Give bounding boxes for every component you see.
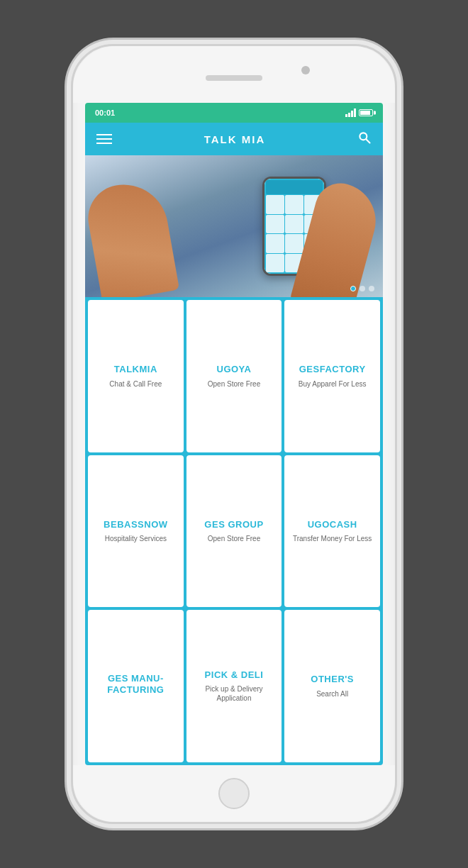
app-title: TALK MIA: [204, 133, 266, 145]
app-tile-desc-gesfactory: Buy Apparel For Less: [299, 379, 367, 389]
status-icons: [345, 108, 373, 117]
battery-icon: [359, 109, 373, 116]
app-tile-pick-deli[interactable]: PICK & DELIPick up & Delivery Applicatio…: [186, 610, 282, 762]
app-tile-desc-ugocash: Transfer Money For Less: [293, 534, 372, 543]
app-tile-desc-ges-group: Open Store Free: [208, 534, 260, 543]
app-tile-ugoya[interactable]: UGOYAOpen Store Free: [186, 300, 282, 452]
app-tile-ges-group[interactable]: GES GROUPOpen Store Free: [186, 455, 282, 608]
app-tile-name-ugocash: UGOCASH: [308, 519, 357, 530]
front-camera: [301, 66, 310, 74]
hero-content: [85, 155, 383, 297]
svg-line-1: [366, 139, 369, 143]
home-button[interactable]: [218, 778, 250, 809]
app-tile-name-gesfactory: GESFACTORY: [299, 364, 366, 375]
app-tile-name-bebassnow: BEBASSNOW: [104, 519, 167, 530]
app-tile-desc-pick-deli: Pick up & Delivery Application: [191, 684, 278, 703]
hero-banner: [85, 155, 383, 297]
carousel-dot-2[interactable]: [360, 286, 365, 291]
search-icon[interactable]: [357, 130, 372, 148]
app-tile-desc-others: Search All: [316, 689, 348, 699]
status-time: 00:01: [95, 108, 115, 117]
app-tile-desc-talkmia: Chat & Call Free: [109, 379, 162, 389]
app-tile-name-others: OTHER'S: [311, 674, 354, 685]
app-tile-name-talkmia: TALKMIA: [114, 364, 157, 375]
app-tile-name-pick-deli: PICK & DELI: [205, 669, 264, 681]
app-tile-desc-ugoya: Open Store Free: [208, 379, 260, 389]
app-tile-others[interactable]: OTHER'SSearch All: [284, 610, 380, 762]
phone-device: 00:01 TALK MIA: [71, 44, 397, 824]
app-tile-ugocash[interactable]: UGOCASHTransfer Money For Less: [284, 455, 380, 608]
app-tile-name-ges-manufacturing: GES MANU-FACTURING: [92, 673, 179, 695]
hamburger-menu-icon[interactable]: [96, 134, 112, 144]
phone-bottom-hardware: [73, 765, 395, 822]
app-tile-gesfactory[interactable]: GESFACTORYBuy Apparel For Less: [284, 300, 380, 452]
app-tile-name-ugoya: UGOYA: [217, 364, 252, 375]
carousel-dot-3[interactable]: [369, 286, 374, 291]
app-tile-bebassnow[interactable]: BEBASSNOWHospitality Services: [88, 455, 184, 608]
phone-screen: 00:01 TALK MIA: [85, 103, 383, 765]
speaker-grill: [206, 75, 262, 81]
app-tile-desc-bebassnow: Hospitality Services: [105, 534, 167, 543]
phone-top-hardware: [73, 46, 395, 103]
carousel-dot-1[interactable]: [350, 286, 356, 291]
app-tile-name-ges-group: GES GROUP: [204, 519, 263, 530]
app-grid: TALKMIAChat & Call FreeUGOYAOpen Store F…: [85, 297, 383, 765]
status-bar: 00:01: [85, 103, 383, 123]
carousel-dots: [350, 286, 374, 291]
nav-bar: TALK MIA: [85, 123, 383, 155]
app-tile-talkmia[interactable]: TALKMIAChat & Call Free: [88, 300, 184, 452]
app-tile-ges-manufacturing[interactable]: GES MANU-FACTURING: [88, 610, 184, 762]
signal-strength-icon: [345, 108, 356, 117]
